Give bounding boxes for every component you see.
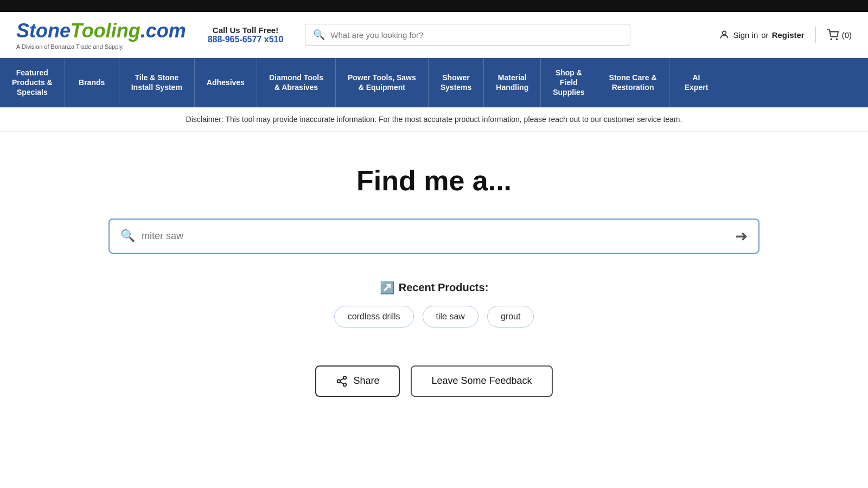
recent-label: ↗️ Recent Products: bbox=[380, 281, 489, 295]
call-label: Call Us Toll Free! bbox=[208, 25, 284, 35]
sign-in-link[interactable]: Sign in bbox=[733, 30, 758, 40]
nav-item-brands[interactable]: Brands bbox=[65, 58, 119, 107]
feedback-button[interactable]: Leave Some Feedback bbox=[411, 365, 552, 397]
header-divider bbox=[815, 27, 816, 43]
register-link[interactable]: Register bbox=[772, 30, 805, 40]
chip-cordless-drills[interactable]: cordless drills bbox=[334, 306, 414, 328]
logo-tooling: Tooling bbox=[71, 20, 141, 42]
nav-item-shower[interactable]: ShowerSystems bbox=[429, 58, 484, 107]
logo-com: .com bbox=[141, 20, 186, 42]
svg-line-7 bbox=[340, 378, 343, 381]
recent-chips: cordless drills tile saw grout bbox=[334, 306, 534, 328]
cart-count: (0) bbox=[842, 30, 852, 40]
or-text: or bbox=[761, 30, 768, 40]
chip-grout[interactable]: grout bbox=[487, 306, 534, 328]
share-icon bbox=[336, 375, 348, 387]
nav-item-material[interactable]: MaterialHandling bbox=[484, 58, 541, 107]
feedback-label: Leave Some Feedback bbox=[431, 375, 532, 386]
svg-point-1 bbox=[831, 38, 832, 40]
nav-bar: FeaturedProducts &Specials Brands Tile &… bbox=[0, 58, 868, 107]
svg-point-0 bbox=[723, 31, 726, 35]
ai-search-submit[interactable]: ➜ bbox=[735, 227, 748, 245]
svg-line-6 bbox=[340, 382, 343, 384]
share-button[interactable]: Share bbox=[315, 365, 400, 397]
header-search-input[interactable] bbox=[330, 30, 622, 40]
find-me-title: Find me a... bbox=[356, 164, 512, 197]
nav-item-adhesives[interactable]: Adhesives bbox=[195, 58, 257, 107]
nav-item-stone-care[interactable]: Stone Care &Restoration bbox=[597, 58, 669, 107]
recent-label-text: Recent Products: bbox=[399, 281, 489, 294]
nav-item-tile-stone[interactable]: Tile & StoneInstall System bbox=[119, 58, 195, 107]
svg-point-5 bbox=[343, 383, 347, 386]
phone-section: Call Us Toll Free! 888-965-6577 x510 bbox=[208, 25, 284, 44]
header-search-icon: 🔍 bbox=[313, 29, 325, 41]
main-content: Find me a... 🔍 ➜ ↗️ Recent Products: cor… bbox=[0, 132, 868, 419]
header: StoneTooling.com A Division of Bonanza T… bbox=[0, 12, 868, 58]
cart-icon bbox=[827, 29, 839, 41]
header-search-bar[interactable]: 🔍 bbox=[305, 24, 630, 46]
svg-point-4 bbox=[337, 380, 341, 383]
share-label: Share bbox=[353, 375, 379, 387]
sign-in-area: Sign in or Register bbox=[719, 29, 804, 40]
ai-search-icon: 🔍 bbox=[120, 229, 135, 243]
nav-item-diamond-tools[interactable]: Diamond Tools& Abrasives bbox=[257, 58, 336, 107]
disclaimer: Disclaimer: This tool may provide inaccu… bbox=[0, 107, 868, 132]
header-right: Sign in or Register (0) bbox=[719, 27, 852, 43]
logo-stone: Stone bbox=[16, 20, 71, 42]
nav-item-ai[interactable]: AIExpert bbox=[669, 58, 724, 107]
logo-subtitle: A Division of Bonanza Trade and Supply bbox=[16, 43, 186, 50]
phone-number[interactable]: 888-965-6577 x510 bbox=[208, 35, 284, 44]
recent-section: ↗️ Recent Products: cordless drills tile… bbox=[334, 281, 534, 328]
chip-tile-saw[interactable]: tile saw bbox=[423, 306, 478, 328]
top-bar bbox=[0, 0, 868, 12]
logo[interactable]: StoneTooling.com A Division of Bonanza T… bbox=[16, 20, 186, 50]
nav-item-power-tools[interactable]: Power Tools, Saws& Equipment bbox=[336, 58, 429, 107]
nav-item-featured[interactable]: FeaturedProducts &Specials bbox=[0, 58, 65, 107]
ai-search-box[interactable]: 🔍 ➜ bbox=[108, 219, 760, 254]
trending-icon: ↗️ bbox=[380, 281, 394, 295]
nav-item-shop-field[interactable]: Shop &FieldSupplies bbox=[541, 58, 597, 107]
svg-point-3 bbox=[343, 376, 347, 379]
svg-point-2 bbox=[836, 38, 837, 40]
arrow-right-icon: ➜ bbox=[735, 227, 748, 245]
bottom-buttons: Share Leave Some Feedback bbox=[315, 365, 552, 397]
ai-search-input[interactable] bbox=[142, 230, 729, 242]
cart-area[interactable]: (0) bbox=[827, 29, 852, 41]
user-icon bbox=[719, 29, 730, 40]
